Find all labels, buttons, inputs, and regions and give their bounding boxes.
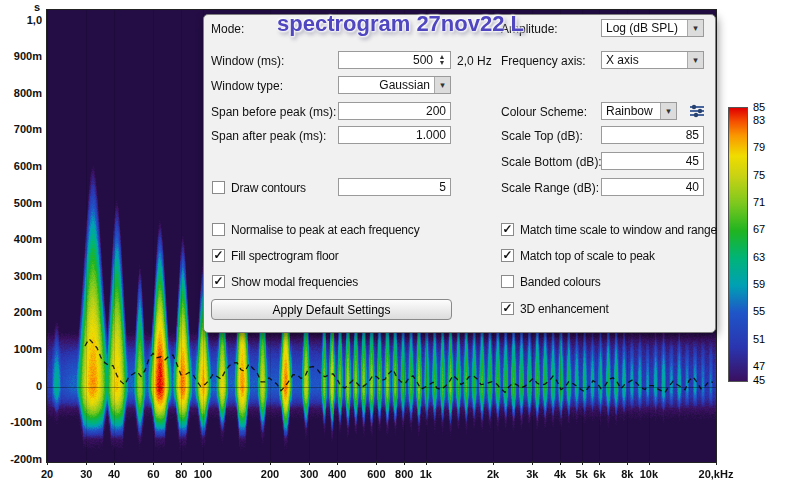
- chevron-down-icon[interactable]: ▾: [687, 20, 703, 36]
- colorbar-label: 79: [753, 141, 765, 154]
- checkmark-icon: ✓: [213, 276, 223, 286]
- match-time-label: Match time scale to window and range: [520, 223, 717, 237]
- x-tick-mark: [337, 461, 338, 465]
- x-tick-label: 40: [108, 468, 120, 480]
- x-tick-label: 60: [147, 468, 159, 480]
- show-modal-label: Show modal frequencies: [231, 275, 358, 289]
- spinner-down-icon[interactable]: ▼: [439, 60, 446, 66]
- amplitude-value: Log (dB SPL): [602, 21, 687, 35]
- x-tick-label: 4k: [554, 468, 566, 480]
- normalise-label: Normalise to peak at each frequency: [231, 223, 419, 237]
- match-time-checkbox[interactable]: ✓: [501, 223, 514, 236]
- span-before-value: 200: [426, 104, 446, 118]
- colorbar-label: 71: [753, 196, 765, 209]
- chevron-down-icon[interactable]: ▾: [434, 77, 450, 93]
- x-tick-mark: [47, 461, 48, 465]
- span-before-input[interactable]: 200: [338, 102, 451, 120]
- x-tick-mark: [493, 461, 494, 465]
- show-modal-checkbox[interactable]: ✓: [212, 275, 225, 288]
- colorbar-label: 67: [753, 223, 765, 236]
- scale-top-input[interactable]: 85: [601, 126, 704, 144]
- fill-floor-checkbox[interactable]: ✓: [212, 249, 225, 262]
- banded-colours-label: Banded colours: [520, 275, 601, 289]
- window-ms-label: Window (ms):: [211, 54, 284, 68]
- y-tick-label: 1,0: [27, 14, 42, 27]
- draw-contours-input[interactable]: 5: [338, 178, 451, 196]
- draw-contours-label: Draw contours: [231, 181, 306, 195]
- x-tick-mark: [86, 461, 87, 465]
- chevron-down-icon[interactable]: ▾: [660, 103, 676, 119]
- apply-default-settings-button[interactable]: Apply Default Settings: [211, 299, 452, 320]
- x-tick-label: 100: [194, 468, 212, 480]
- window-ms-spinner[interactable]: ▲ ▼: [436, 52, 448, 68]
- colorbar-label: 75: [753, 169, 765, 182]
- frequency-axis-combobox[interactable]: X axis ▾: [601, 51, 704, 69]
- colour-scheme-sliders-icon[interactable]: [689, 103, 705, 119]
- x-tick-mark: [426, 461, 427, 465]
- x-tick-label: 600: [367, 468, 385, 480]
- chevron-down-icon[interactable]: ▾: [687, 52, 703, 68]
- y-tick-label: 100m: [14, 343, 42, 356]
- y-tick-label: 200m: [14, 306, 42, 319]
- y-tick-label: 500m: [14, 197, 42, 210]
- colorbar-label: 83: [753, 114, 765, 127]
- y-tick-label: 400m: [14, 233, 42, 246]
- draw-contours-checkbox[interactable]: ✓: [212, 181, 225, 194]
- x-tick-mark: [203, 461, 204, 465]
- colorbar-label: 85: [753, 101, 765, 114]
- colour-scheme-label: Colour Scheme:: [501, 105, 587, 119]
- mode-label: Mode:: [211, 22, 244, 36]
- normalise-checkbox[interactable]: ✓: [212, 223, 225, 236]
- enhance-3d-checkbox[interactable]: ✓: [501, 302, 514, 315]
- window-type-value: Gaussian: [339, 78, 434, 92]
- x-tick-mark: [309, 461, 310, 465]
- scale-range-input[interactable]: 40: [601, 178, 704, 196]
- colorbar-label: 59: [753, 278, 765, 291]
- x-tick-label: 6k: [593, 468, 605, 480]
- amplitude-combobox[interactable]: Log (dB SPL) ▾: [601, 19, 704, 37]
- span-before-label: Span before peak (ms):: [211, 105, 336, 119]
- colorbar-label: 55: [753, 305, 765, 318]
- span-after-value: 1.000: [416, 128, 446, 142]
- span-after-input[interactable]: 1.000: [338, 126, 451, 144]
- x-tick-mark: [532, 461, 533, 465]
- spectrogram-window: s 1,0900m800m700m600m500m400m300m200m100…: [0, 0, 800, 487]
- scale-bottom-input[interactable]: 45: [601, 152, 704, 170]
- enhance-3d-label: 3D enhancement: [520, 302, 609, 316]
- x-tick-label: 200: [261, 468, 279, 480]
- x-tick-mark: [627, 461, 628, 465]
- x-axis: 20304060801002003004006008001k2k3k4k5k6k…: [0, 465, 800, 483]
- x-tick-label: 20: [41, 468, 53, 480]
- scale-range-value: 40: [686, 180, 699, 194]
- checkmark-icon: ✓: [213, 250, 223, 260]
- x-tick-mark: [181, 461, 182, 465]
- colorbar-label: 63: [753, 251, 765, 264]
- x-tick-mark: [376, 461, 377, 465]
- y-tick-label: -200m: [10, 453, 42, 466]
- banded-colours-checkbox[interactable]: ✓: [501, 275, 514, 288]
- colour-scheme-combobox[interactable]: Rainbow ▾: [601, 102, 677, 120]
- colorbar: 858379757167635955514745: [727, 96, 787, 396]
- x-tick-label: 400: [328, 468, 346, 480]
- x-tick-mark: [649, 461, 650, 465]
- checkmark-icon: ✓: [502, 224, 512, 234]
- checkmark-icon: ✓: [502, 303, 512, 313]
- scale-bottom-label: Scale Bottom (dB):: [501, 155, 602, 169]
- frequency-axis-value: X axis: [602, 53, 687, 67]
- x-tick-mark: [404, 461, 405, 465]
- frequency-axis-label: Frequency axis:: [501, 54, 586, 68]
- scale-top-label: Scale Top (dB):: [501, 129, 583, 143]
- window-type-combobox[interactable]: Gaussian ▾: [338, 76, 451, 94]
- match-top-checkbox[interactable]: ✓: [501, 249, 514, 262]
- x-tick-mark: [114, 461, 115, 465]
- span-after-label: Span after peak (ms):: [211, 129, 326, 143]
- colour-scheme-value: Rainbow: [602, 104, 660, 118]
- x-tick-mark: [153, 461, 154, 465]
- x-tick-mark: [716, 461, 717, 465]
- y-tick-label: 300m: [14, 270, 42, 283]
- fill-floor-label: Fill spectrogram floor: [231, 249, 339, 263]
- scale-bottom-value: 45: [686, 154, 699, 168]
- window-ms-input[interactable]: 500 ▲ ▼: [338, 51, 451, 69]
- x-tick-label: 20,kHz: [699, 468, 734, 480]
- x-tick-label: 800: [395, 468, 413, 480]
